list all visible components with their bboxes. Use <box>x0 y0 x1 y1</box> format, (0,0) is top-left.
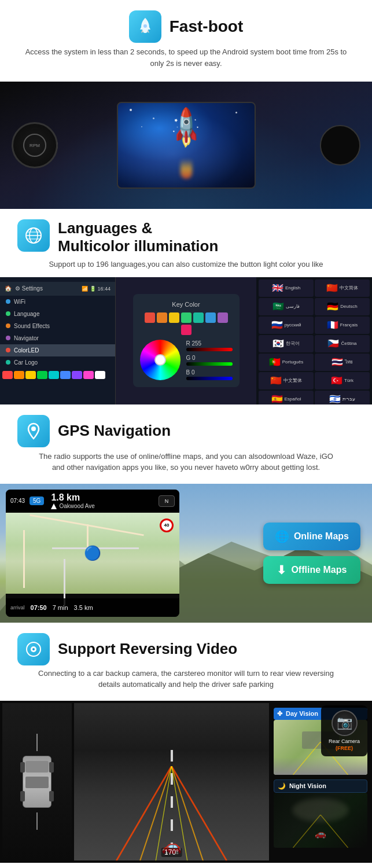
settings-menu-item-wifi[interactable]: WiFi <box>0 296 115 308</box>
gauge-visual <box>320 125 360 165</box>
color-swatch <box>181 325 191 335</box>
road-2 <box>23 530 25 588</box>
map-inner: 40 🔵 <box>6 513 179 594</box>
color-swatch <box>169 312 179 323</box>
map-distance: 1.8 km <box>51 492 95 503</box>
languages-title: Languages & Multicolor illumination <box>58 219 218 255</box>
flag-item-12: 🇪🇸Español <box>259 391 314 404</box>
languages-description: Support up to 196 languages,you can also… <box>0 259 372 277</box>
map-arrival-label: arrival <box>10 605 25 610</box>
night-vision-container: 🌙 Night Vision 🚗 <box>274 779 367 848</box>
camera-icon-box <box>17 633 50 665</box>
color-swatches <box>140 312 233 335</box>
svg-point-6 <box>31 426 36 431</box>
fastboot-image: ⏻ 🚀 RPM <box>0 82 372 209</box>
map-mins-display: 7 min <box>53 604 68 611</box>
offline-maps-label: Offline Maps <box>291 565 347 575</box>
color-bar <box>37 371 47 379</box>
fastboot-description: Access the system in less than 2 seconds… <box>17 46 355 69</box>
flag-item-9: 🇹🇭ไทย <box>315 354 370 371</box>
flag-item-0: 🇬🇧English <box>259 279 314 297</box>
night-vision-text: Night Vision <box>289 782 326 789</box>
color-bar <box>83 371 94 379</box>
svg-line-18 <box>293 742 321 775</box>
globe-icon <box>24 226 43 245</box>
settings-menu-list: WiFiLanguageSound EffectsNavigatorColorL… <box>0 296 115 369</box>
reversing-section: Support Reversing Video Connecting to a … <box>0 623 372 701</box>
color-swatch <box>205 312 216 323</box>
color-bar <box>60 371 71 379</box>
color-bar <box>2 371 13 379</box>
svg-point-0 <box>143 24 147 28</box>
color-swatch <box>181 312 191 323</box>
fastboot-title: Fast-boot <box>170 17 244 36</box>
gps-description: The radio supports the use of online/off… <box>17 451 355 480</box>
settings-menu-item-sound effects[interactable]: Sound Effects <box>0 320 115 332</box>
camera-badge: 📷 Rear Camera(FREE) <box>321 705 367 756</box>
rocket-icon-box <box>129 10 161 43</box>
rear-camera-badge-text: Rear Camera(FREE) <box>329 738 360 752</box>
color-bar <box>25 371 36 379</box>
settings-menu-item-language[interactable]: Language <box>0 308 115 320</box>
color-swatch <box>157 312 167 323</box>
color-swatch <box>193 312 204 323</box>
speed-limit: 40 <box>160 518 174 532</box>
flag-item-13: 🇮🇱עברית <box>315 391 370 404</box>
car-screen-visual: 🚀 <box>117 102 256 189</box>
night-vision-label: 🌙 Night Vision <box>274 779 367 793</box>
road-line-bottom <box>36 812 38 830</box>
settings-menu-item-colorled[interactable]: ColorLED <box>0 344 115 356</box>
map-nav-info: 1.8 km Oakwood Ave <box>51 492 95 509</box>
color-wheel <box>140 340 181 380</box>
map-time: 07:43 <box>10 498 25 504</box>
flags-panel: 🇬🇧English🇨🇳中文简体🇸🇦فارسی🇩🇪Deutsch🇷🇺русский… <box>256 277 372 404</box>
speedometer-visual: RPM <box>12 122 58 168</box>
map-street: Oakwood Ave <box>59 503 95 509</box>
angle-display: 170° <box>161 848 182 857</box>
key-color-label: Key Color <box>140 301 233 308</box>
color-bar <box>95 371 105 379</box>
flag-item-6: 🇰🇷한국어 <box>259 335 314 352</box>
sun-icon: ✤ <box>277 710 282 718</box>
online-maps-button[interactable]: 🌐 Online Maps <box>263 523 360 550</box>
color-bar <box>14 371 24 379</box>
night-screen-visual: 🚗 <box>274 793 367 848</box>
gps-header: GPS Navigation <box>17 415 355 447</box>
vision-screens-panel: 📷 Rear Camera(FREE) ✤ Day Vision 🌙 <box>271 703 370 860</box>
rear-camera-icon: 📷 <box>332 710 358 736</box>
settings-menu-item-navigator[interactable]: Navigator <box>0 332 115 344</box>
languages-section-header: Languages & Multicolor illumination <box>0 209 372 259</box>
settings-menu-item-car logo[interactable]: Car Logo <box>0 356 115 369</box>
car-topdown-panel <box>2 703 72 860</box>
color-bar <box>72 371 82 379</box>
fastboot-header: Fast-boot <box>129 10 244 43</box>
download-icon-btn: ⬇ <box>277 563 286 577</box>
svg-point-11 <box>32 648 35 650</box>
map-nav-bar: 07:43 5G 1.8 km Oakwood Ave N <box>6 490 179 513</box>
reversing-description: Connecting to a car backup camera, the c… <box>17 668 355 697</box>
globe-icon-box <box>17 219 50 252</box>
color-wheel-area: Key Color R 255 G 0 <box>116 277 256 404</box>
flag-item-5: 🇫🇷Français <box>315 317 370 334</box>
day-vision-text: Day Vision <box>286 710 318 717</box>
color-swatch <box>218 312 228 323</box>
moon-icon: 🌙 <box>278 782 286 790</box>
flag-item-10: 🇨🇳中文繁体 <box>259 372 314 389</box>
map-arrival-time: 07:50 <box>31 604 47 611</box>
offline-maps-button[interactable]: ⬇ Offline Maps <box>263 556 360 584</box>
reversing-video-area: 🚗 170° 📷 Rear Camera(FREE) ✤ Day Vision <box>0 701 372 863</box>
map-km-display: 3.5 km <box>74 604 93 611</box>
flag-item-4: 🇷🇺русский <box>259 317 314 334</box>
car-topdown-content <box>2 703 72 860</box>
flag-item-2: 🇸🇦فارسی <box>259 298 314 315</box>
map-signal: 5G <box>30 496 44 505</box>
online-maps-label: Online Maps <box>294 531 349 542</box>
rgb-sliders: R 255 G 0 B 0 <box>186 340 233 380</box>
flag-item-11: 🇹🇷Türk <box>315 372 370 389</box>
fastboot-section: Fast-boot Access the system in less than… <box>0 0 372 82</box>
reversing-header: Support Reversing Video <box>17 633 355 665</box>
settings-screenshot: 🏠⚙ Settings 📶 🔋 16:44 WiFiLanguageSound … <box>0 277 372 404</box>
pin-icon <box>24 421 43 441</box>
color-swatch <box>145 312 155 323</box>
car-top-view-visual <box>23 756 51 808</box>
